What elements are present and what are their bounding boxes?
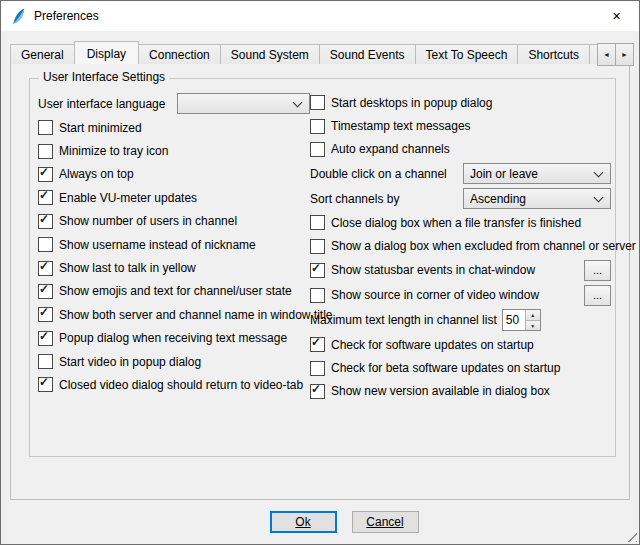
checkbox-label: Show number of users in channel: [59, 214, 237, 228]
max-text-length-row: Maximum text length in channel list 50 ▲…: [310, 308, 611, 333]
checkbox[interactable]: ✓: [310, 239, 325, 254]
checkbox[interactable]: ✓: [310, 119, 325, 134]
checkmark-icon: ✓: [39, 376, 49, 389]
tab-scroll-right-button[interactable]: ►: [615, 43, 634, 66]
language-label: User interface language: [38, 97, 165, 111]
checkmark-icon: ✓: [311, 262, 321, 275]
checkbox-label: Always on top: [59, 167, 134, 181]
checkbox[interactable]: ✓: [38, 377, 53, 392]
language-select[interactable]: [177, 93, 310, 114]
spin-up-icon[interactable]: ▲: [526, 310, 540, 321]
close-button[interactable]: ×: [594, 1, 639, 31]
checkbox[interactable]: ✓: [310, 337, 325, 352]
checkbox-label: Minimize to tray icon: [59, 144, 168, 158]
video-source-more-button[interactable]: ...: [584, 285, 611, 306]
checkbox-row[interactable]: ✓ Timestamp text messages: [310, 114, 611, 137]
tab-sound-system[interactable]: Sound System: [220, 44, 320, 64]
checkbox[interactable]: ✓: [310, 384, 325, 399]
checkbox[interactable]: ✓: [38, 284, 53, 299]
checkbox-label: Timestamp text messages: [331, 119, 471, 133]
checkbox-row[interactable]: ✓ Show both server and channel name in w…: [38, 303, 310, 326]
spin-down-icon[interactable]: ▼: [526, 321, 540, 331]
close-icon: ×: [612, 8, 620, 24]
checkbox[interactable]: ✓: [38, 331, 53, 346]
checkbox-row[interactable]: ✓ Enable VU-meter updates: [38, 186, 310, 209]
left-column: User interface language ✓ Start minimize…: [38, 91, 310, 397]
statusbar-events-row: ✓ Show statusbar events in chat-window .…: [310, 258, 611, 283]
tab-general[interactable]: General: [10, 44, 75, 64]
checkbox-label: Check for beta software updates on start…: [331, 361, 560, 375]
checkbox[interactable]: ✓: [38, 167, 53, 182]
user-interface-settings-group: User Interface Settings User interface l…: [29, 78, 616, 457]
checkbox[interactable]: ✓: [38, 261, 53, 276]
checkbox-label: Show new version available in dialog box: [331, 384, 550, 398]
tab-scroll-left-button[interactable]: ◄: [597, 43, 616, 66]
checkmark-icon: ✓: [311, 383, 321, 396]
checkbox-row[interactable]: ✓ Minimize to tray icon: [38, 139, 310, 162]
checkbox[interactable]: ✓: [310, 288, 325, 303]
display-tab-page: User Interface Settings User interface l…: [10, 63, 630, 500]
checkbox-label: Show emojis and text for channel/user st…: [59, 284, 292, 298]
checkmark-icon: ✓: [39, 189, 49, 202]
tab-scroll-buttons: ◄ ►: [598, 43, 634, 64]
sort-channels-select[interactable]: Ascending: [463, 188, 611, 209]
checkbox[interactable]: ✓: [310, 361, 325, 376]
checkbox[interactable]: ✓: [38, 190, 53, 205]
max-text-length-spinner[interactable]: 50 ▲ ▼: [502, 309, 541, 331]
checkbox-label: Closed video dialog should return to vid…: [59, 378, 303, 392]
checkmark-icon: ✓: [39, 213, 49, 226]
checkbox-label: Enable VU-meter updates: [59, 191, 197, 205]
checkbox[interactable]: ✓: [38, 307, 53, 322]
titlebar[interactable]: Preferences ×: [1, 1, 639, 31]
tab-sound-events[interactable]: Sound Events: [319, 44, 416, 64]
double-click-select[interactable]: Join or leave: [463, 163, 611, 184]
checkbox-row[interactable]: ✓ Show last to talk in yellow: [38, 256, 310, 279]
checkbox-row[interactable]: ✓ Show emojis and text for channel/user …: [38, 280, 310, 303]
checkbox-row[interactable]: ✓ Always on top: [38, 163, 310, 186]
checkbox-label: Check for software updates on startup: [331, 338, 534, 352]
checkbox-row[interactable]: ✓ Check for software updates on startup: [310, 333, 611, 356]
checkbox[interactable]: ✓: [38, 214, 53, 229]
checkbox-label: Start video in popup dialog: [59, 355, 201, 369]
checkbox[interactable]: ✓: [38, 144, 53, 159]
checkbox-row[interactable]: ✓ Start video in popup dialog: [38, 350, 310, 373]
checkmark-icon: ✓: [39, 260, 49, 273]
ok-button[interactable]: Ok: [270, 511, 337, 533]
checkbox[interactable]: ✓: [310, 263, 325, 278]
checkbox-label: Auto expand channels: [331, 142, 450, 156]
sort-channels-row: Sort channels by Ascending: [310, 186, 611, 211]
checkbox-label: Show statusbar events in chat-window: [331, 263, 535, 277]
checkbox[interactable]: ✓: [38, 120, 53, 135]
cancel-button[interactable]: Cancel: [352, 511, 419, 533]
checkbox-row[interactable]: ✓ Closed video dialog should return to v…: [38, 373, 310, 396]
checkbox-row[interactable]: ✓ Show number of users in channel: [38, 210, 310, 233]
checkmark-icon: ✓: [39, 306, 49, 319]
right-column: ✓ Start desktops in popup dialog ✓ Times…: [310, 91, 611, 403]
checkbox-row[interactable]: ✓ Show a dialog box when excluded from c…: [310, 235, 611, 258]
checkbox-label: Show username instead of nickname: [59, 238, 256, 252]
tab-shortcuts[interactable]: Shortcuts: [517, 44, 590, 64]
checkbox-row[interactable]: ✓ Show new version available in dialog b…: [310, 380, 611, 403]
checkbox[interactable]: ✓: [38, 237, 53, 252]
checkbox-row[interactable]: ✓ Show username instead of nickname: [38, 233, 310, 256]
tab-connection[interactable]: Connection: [138, 44, 221, 64]
checkbox-row[interactable]: ✓ Start minimized: [38, 116, 310, 139]
checkbox-row[interactable]: ✓ Auto expand channels: [310, 138, 611, 161]
tab-display[interactable]: Display: [74, 41, 139, 64]
checkbox[interactable]: ✓: [38, 354, 53, 369]
tab-text-to-speech[interactable]: Text To Speech: [415, 44, 519, 64]
checkbox-label: Close dialog box when a file transfer is…: [331, 216, 581, 230]
checkbox[interactable]: ✓: [310, 215, 325, 230]
checkbox[interactable]: ✓: [310, 95, 325, 110]
statusbar-events-more-button[interactable]: ...: [584, 260, 611, 281]
checkbox-row[interactable]: ✓ Close dialog box when a file transfer …: [310, 211, 611, 234]
checkmark-icon: ✓: [311, 336, 321, 349]
checkbox-row[interactable]: ✓ Check for beta software updates on sta…: [310, 356, 611, 379]
arrow-right-icon: ►: [621, 51, 628, 58]
checkbox-row[interactable]: ✓ Popup dialog when receiving text messa…: [38, 327, 310, 350]
checkbox[interactable]: ✓: [310, 142, 325, 157]
chevron-down-icon: [594, 167, 604, 177]
checkbox-row[interactable]: ✓ Start desktops in popup dialog: [310, 91, 611, 114]
sort-channels-value: Ascending: [470, 192, 526, 206]
checkmark-icon: ✓: [39, 166, 49, 179]
